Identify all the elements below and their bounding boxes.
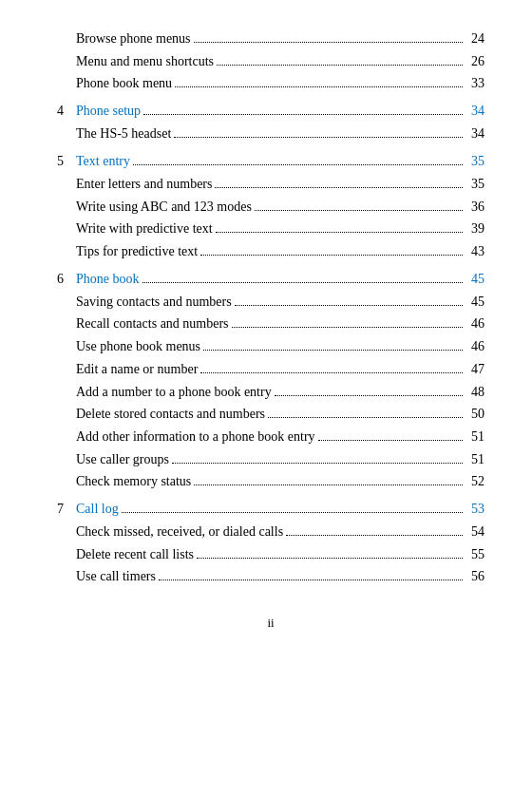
sub-entry: Delete stored contacts and numbers 50: [57, 404, 484, 425]
sub-label: Use caller groups: [76, 449, 169, 470]
sub-entry: Tips for predictive text 43: [57, 241, 484, 262]
sub-entry: Recall contacts and numbers 46: [57, 314, 484, 334]
page-num: 45: [466, 292, 484, 313]
page-num: 36: [466, 197, 484, 218]
sub-entry: Use phone book menus 46: [57, 336, 484, 357]
dots: [275, 395, 463, 396]
dots: [217, 65, 463, 66]
sub-label: Delete recent call lists: [76, 544, 194, 565]
sub-label: Saving contacts and numbers: [76, 292, 232, 313]
sub-entry: Edit a name or number 47: [57, 359, 484, 380]
sub-entry: Write using ABC and 123 modes 36: [57, 197, 484, 218]
dots: [122, 512, 463, 513]
section-page-7: 53: [466, 498, 484, 520]
dots: [268, 417, 463, 418]
section-header-7: 7 Call log 53: [57, 498, 484, 520]
sub-label: Write using ABC and 123 modes: [76, 197, 252, 218]
section-title-4: Phone setup: [76, 100, 141, 122]
sub-entry: The HS-5 headset 34: [57, 124, 484, 144]
dots: [143, 114, 463, 115]
dots: [318, 440, 463, 441]
dots: [200, 372, 463, 373]
page-footer: ii: [57, 616, 484, 631]
dots: [142, 282, 464, 283]
page-num: 52: [466, 471, 484, 492]
dots: [175, 86, 463, 87]
sub-entry: Use call timers 56: [57, 566, 484, 587]
sub-label: Check memory status: [76, 471, 191, 492]
section-num-7: 7: [57, 498, 76, 520]
sub-label: Tips for predictive text: [76, 241, 198, 262]
page-num: 50: [466, 404, 484, 425]
section-title-7: Call log: [76, 498, 119, 520]
section-header-5: 5 Text entry 35: [57, 150, 484, 172]
dots: [235, 305, 463, 306]
dots: [159, 580, 463, 580]
page-num: 46: [466, 336, 484, 357]
sub-entry: Browse phone menus 24: [57, 28, 484, 49]
sub-entry: Check missed, received, or dialed calls …: [57, 522, 484, 542]
page-num: 24: [466, 28, 484, 49]
dots: [216, 232, 463, 233]
sub-entry: Check memory status 52: [57, 471, 484, 492]
dots: [194, 42, 463, 43]
section-num-5: 5: [57, 150, 76, 172]
section-num-4: 4: [57, 100, 76, 122]
page-num: 47: [466, 359, 484, 380]
dots: [174, 137, 463, 138]
page-num: 39: [466, 218, 484, 239]
dots: [133, 164, 463, 165]
page-num: 51: [466, 449, 484, 470]
sub-label: Edit a name or number: [76, 359, 198, 380]
toc-section-5: 5 Text entry 35 Enter letters and number…: [57, 150, 484, 262]
section-title-5: Text entry: [76, 150, 130, 172]
dots: [200, 255, 463, 256]
page-num: 33: [466, 73, 484, 94]
sub-label: Menu and menu shortcuts: [76, 51, 214, 72]
dots: [172, 463, 463, 464]
section-header-4: 4 Phone setup 34: [57, 100, 484, 122]
footer-page-number: ii: [267, 616, 274, 630]
page-num: 51: [466, 427, 484, 447]
sub-entry: Delete recent call lists 55: [57, 544, 484, 565]
section-page-6: 45: [466, 268, 484, 290]
sub-entry: Write with predictive text 39: [57, 218, 484, 239]
section-title-6: Phone book: [76, 268, 140, 290]
sub-label: Recall contacts and numbers: [76, 314, 229, 334]
dots: [286, 535, 463, 536]
sub-label: Browse phone menus: [76, 28, 191, 49]
section-page-4: 34: [466, 100, 484, 122]
sub-entry: Enter letters and numbers 35: [57, 174, 484, 195]
sub-label: Check missed, received, or dialed calls: [76, 522, 283, 542]
page-num: 46: [466, 314, 484, 334]
sub-label: Write with predictive text: [76, 218, 213, 239]
section-page-5: 35: [466, 150, 484, 172]
dots: [215, 187, 463, 188]
section-num-6: 6: [57, 268, 76, 290]
sub-entry: Phone book menu 33: [57, 73, 484, 94]
sub-label: Delete stored contacts and numbers: [76, 404, 265, 425]
toc-section-7: 7 Call log 53 Check missed, received, or…: [57, 498, 484, 587]
toc-section-continuation: Browse phone menus 24 Menu and menu shor…: [57, 28, 484, 94]
sub-entry: Use caller groups 51: [57, 449, 484, 470]
page-num: 48: [466, 382, 484, 403]
page-num: 35: [466, 174, 484, 195]
sub-label: The HS-5 headset: [76, 124, 171, 144]
toc-section-6: 6 Phone book 45 Saving contacts and numb…: [57, 268, 484, 492]
dots: [203, 350, 463, 351]
page-num: 43: [466, 241, 484, 262]
page-num: 26: [466, 51, 484, 72]
sub-label: Use phone book menus: [76, 336, 200, 357]
sub-label: Phone book menu: [76, 73, 172, 94]
dots: [194, 484, 463, 485]
page-num: 56: [466, 566, 484, 587]
sub-entry: Menu and menu shortcuts 26: [57, 51, 484, 72]
section-header-6: 6 Phone book 45: [57, 268, 484, 290]
page-num: 54: [466, 522, 484, 542]
dots: [232, 327, 463, 328]
sub-label: Add other information to a phone book en…: [76, 427, 315, 447]
sub-entry: Saving contacts and numbers 45: [57, 292, 484, 313]
sub-entry: Add other information to a phone book en…: [57, 427, 484, 447]
sub-label: Enter letters and numbers: [76, 174, 212, 195]
sub-entry: Add a number to a phone book entry 48: [57, 382, 484, 403]
